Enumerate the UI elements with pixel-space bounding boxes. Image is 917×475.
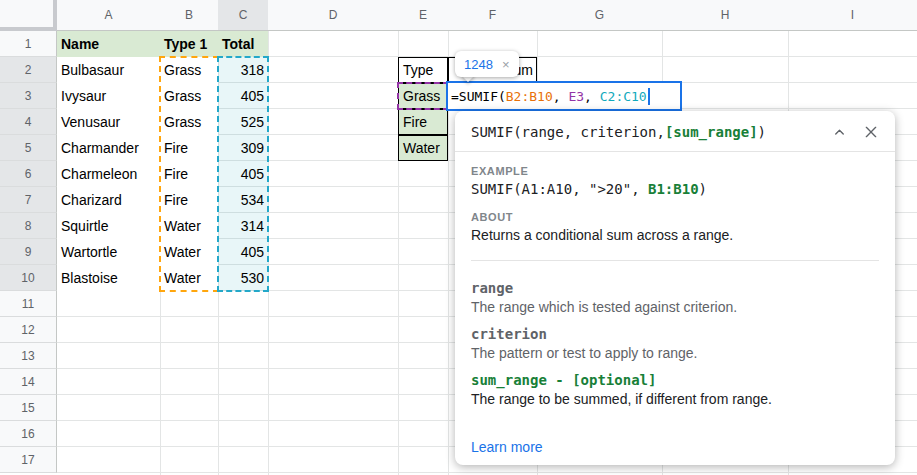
cell-b10[interactable]: Water bbox=[160, 265, 218, 291]
collapse-icon[interactable] bbox=[832, 125, 847, 140]
row-header-7[interactable]: 7 bbox=[0, 187, 57, 213]
cell-a6[interactable]: Charmeleon bbox=[57, 161, 160, 187]
cell-e4[interactable]: Fire bbox=[398, 109, 448, 135]
row-header-4[interactable]: 4 bbox=[0, 109, 57, 135]
row-header-2[interactable]: 2 bbox=[0, 57, 57, 83]
cell-a10[interactable]: Blastoise bbox=[57, 265, 160, 291]
formula-separator: , bbox=[553, 89, 569, 104]
cell-a5[interactable]: Charmander bbox=[57, 135, 160, 161]
cell-c6[interactable]: 405 bbox=[218, 161, 268, 187]
gridline bbox=[268, 0, 269, 475]
formula-range2: E3 bbox=[568, 89, 584, 104]
param-name-criterion: criterion bbox=[471, 326, 879, 342]
cell-a9[interactable]: Wartortle bbox=[57, 239, 160, 265]
divider bbox=[471, 260, 879, 261]
cell-e3[interactable]: Grass bbox=[398, 83, 448, 109]
row-header-17[interactable]: 17 bbox=[0, 447, 57, 473]
about-label: ABOUT bbox=[471, 211, 879, 223]
formula-editor[interactable]: =SUMIF(B2:B10, E3, C2:C10 bbox=[446, 81, 682, 111]
cell-a8[interactable]: Squirtle bbox=[57, 213, 160, 239]
signature-suffix: ) bbox=[758, 124, 766, 140]
table-row: Charizard Fire 534 bbox=[57, 187, 268, 213]
divider bbox=[455, 151, 895, 152]
cell-a4[interactable]: Venusaur bbox=[57, 109, 160, 135]
row-header-5[interactable]: 5 bbox=[0, 135, 57, 161]
table-row: Blastoise Water 530 bbox=[57, 265, 268, 291]
cell-a3[interactable]: Ivysaur bbox=[57, 83, 160, 109]
param-name-range: range bbox=[471, 280, 879, 296]
cell-a1[interactable]: Name bbox=[57, 31, 160, 57]
cell-b5[interactable]: Fire bbox=[160, 135, 218, 161]
column-header-a[interactable]: A bbox=[57, 0, 160, 31]
cell-b8[interactable]: Water bbox=[160, 213, 218, 239]
column-header-i[interactable]: I bbox=[788, 0, 917, 31]
select-all-corner[interactable] bbox=[0, 0, 57, 31]
preview-close-icon[interactable]: × bbox=[502, 57, 510, 72]
row-header-9[interactable]: 9 bbox=[0, 239, 57, 265]
cell-c5[interactable]: 309 bbox=[218, 135, 268, 161]
cell-c8[interactable]: 314 bbox=[218, 213, 268, 239]
function-help-popup: SUMIF(range, criterion, [sum_range]) EXA… bbox=[455, 111, 895, 465]
close-icon[interactable] bbox=[863, 124, 879, 140]
cell-a7[interactable]: Charizard bbox=[57, 187, 160, 213]
param-name-sum-range: sum_range - [optional] bbox=[471, 372, 879, 388]
row-header-13[interactable]: 13 bbox=[0, 343, 57, 369]
param-desc-criterion: The pattern or test to apply to range. bbox=[471, 345, 879, 361]
text-cursor bbox=[648, 88, 650, 105]
column-header-g[interactable]: G bbox=[537, 0, 662, 31]
cell-c3[interactable]: 405 bbox=[218, 83, 268, 109]
column-header-f[interactable]: F bbox=[448, 0, 537, 31]
cell-c9[interactable]: 405 bbox=[218, 239, 268, 265]
param-sum-range-text: sum_range bbox=[471, 372, 547, 388]
column-header-b[interactable]: B bbox=[160, 0, 218, 31]
row-header-11[interactable]: 11 bbox=[0, 291, 57, 317]
column-header-h[interactable]: H bbox=[662, 0, 788, 31]
table-row: Name Type 1 Total bbox=[57, 31, 268, 57]
function-signature: SUMIF(range, criterion, [sum_range]) bbox=[471, 124, 879, 140]
row-header-6[interactable]: 6 bbox=[0, 161, 57, 187]
row-header-1[interactable]: 1 bbox=[0, 31, 57, 57]
table-row: Ivysaur Grass 405 bbox=[57, 83, 268, 109]
cell-b4[interactable]: Grass bbox=[160, 109, 218, 135]
cell-c2[interactable]: 318 bbox=[218, 57, 268, 83]
row-header-16[interactable]: 16 bbox=[0, 421, 57, 447]
column-header-d[interactable]: D bbox=[268, 0, 398, 31]
about-text: Returns a conditional sum across a range… bbox=[471, 227, 879, 243]
cell-a2[interactable]: Bulbasaur bbox=[57, 57, 160, 83]
cell-b1[interactable]: Type 1 bbox=[160, 31, 218, 57]
example-code-suffix: ) bbox=[699, 181, 707, 197]
cell-b3[interactable]: Grass bbox=[160, 83, 218, 109]
cell-e5[interactable]: Water bbox=[398, 135, 448, 161]
table-row: Charmeleon Fire 405 bbox=[57, 161, 268, 187]
row-header-14[interactable]: 14 bbox=[0, 369, 57, 395]
formula-result-preview: 1248 × bbox=[455, 51, 519, 77]
signature-optional-arg: [sum_range] bbox=[665, 124, 758, 140]
cell-c1[interactable]: Total bbox=[218, 31, 268, 57]
cell-e2[interactable]: Type bbox=[398, 57, 448, 83]
table-row: Wartortle Water 405 bbox=[57, 239, 268, 265]
column-header-c[interactable]: C bbox=[218, 0, 268, 31]
row-header-12[interactable]: 12 bbox=[0, 317, 57, 343]
example-code: SUMIF(A1:A10, ">20", B1:B10) bbox=[471, 181, 879, 197]
cell-b9[interactable]: Water bbox=[160, 239, 218, 265]
cell-c10[interactable]: 530 bbox=[218, 265, 268, 291]
row-header-15[interactable]: 15 bbox=[0, 395, 57, 421]
learn-more-link[interactable]: Learn more bbox=[471, 439, 543, 455]
row-header-10[interactable]: 10 bbox=[0, 265, 57, 291]
cell-b2[interactable]: Grass bbox=[160, 57, 218, 83]
example-label: EXAMPLE bbox=[471, 165, 879, 177]
example-code-highlight: B1:B10 bbox=[648, 181, 699, 197]
formula-range1: B2:B10 bbox=[506, 89, 553, 104]
cell-c7[interactable]: 534 bbox=[218, 187, 268, 213]
cell-b6[interactable]: Fire bbox=[160, 161, 218, 187]
row-header-8[interactable]: 8 bbox=[0, 213, 57, 239]
cell-c4[interactable]: 525 bbox=[218, 109, 268, 135]
param-sum-range-optional: - [optional] bbox=[547, 372, 657, 388]
example-code-prefix: SUMIF(A1:A10, ">20", bbox=[471, 181, 648, 197]
row-header-3[interactable]: 3 bbox=[0, 83, 57, 109]
cell-b7[interactable]: Fire bbox=[160, 187, 218, 213]
formula-prefix: =SUMIF( bbox=[451, 89, 506, 104]
column-header-e[interactable]: E bbox=[398, 0, 448, 31]
spreadsheet-app: A B C D E F G H I 1 2 3 4 5 6 7 8 9 10 1… bbox=[0, 0, 917, 475]
table-row: Charmander Fire 309 bbox=[57, 135, 268, 161]
